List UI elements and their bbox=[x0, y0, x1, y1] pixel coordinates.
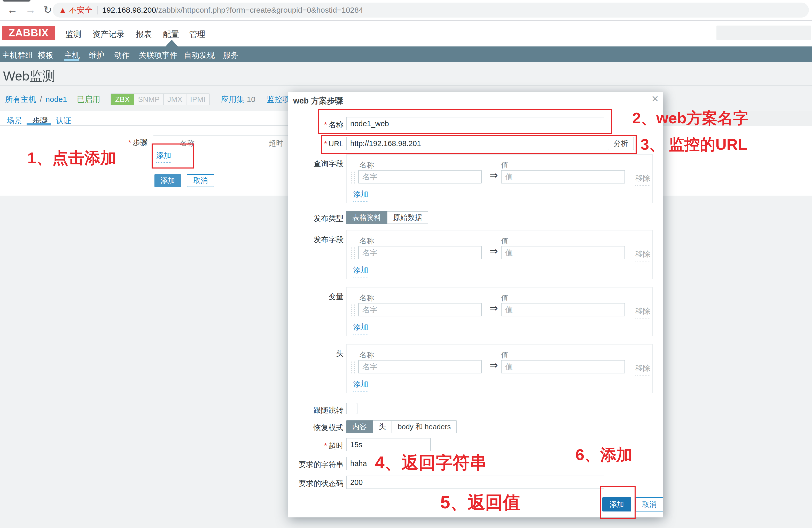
browser-tab-strip bbox=[3, 0, 30, 2]
annotation-step4: 4、返回字符串 bbox=[375, 451, 487, 474]
zabbix-logo[interactable]: ZABBIX bbox=[2, 26, 55, 40]
remove-link[interactable]: 移除 bbox=[635, 306, 650, 318]
items-link[interactable]: 监控项 bbox=[267, 94, 290, 105]
tab-authentication[interactable]: 认证 bbox=[56, 116, 71, 126]
post-type-raw-option[interactable]: 原始数据 bbox=[387, 211, 428, 224]
variables-box: 名称 值 ⇒ 移除 添加 bbox=[346, 287, 653, 336]
nav-monitoring[interactable]: 监测 bbox=[66, 29, 81, 40]
variable-value-input[interactable] bbox=[501, 303, 625, 316]
drag-handle-icon[interactable] bbox=[351, 304, 355, 316]
follow-redirects-checkbox[interactable] bbox=[346, 403, 358, 414]
nav-inventory[interactable]: 资产记录 bbox=[92, 29, 125, 40]
remove-link[interactable]: 移除 bbox=[635, 249, 650, 261]
subnav-services[interactable]: 服务 bbox=[223, 50, 238, 61]
remove-link[interactable]: 移除 bbox=[635, 173, 650, 185]
annotation-step3: 3、 监控的URL bbox=[640, 134, 747, 155]
headers-box: 名称 值 ⇒ 移除 添加 bbox=[346, 344, 653, 393]
post-name-input[interactable] bbox=[358, 246, 482, 259]
dialog-cancel-button[interactable]: 取消 bbox=[635, 497, 663, 512]
forward-icon[interactable]: → bbox=[25, 4, 35, 16]
subnav-discovery[interactable]: 自动发现 bbox=[184, 50, 215, 61]
column-header-value: 值 bbox=[501, 236, 508, 246]
retrieve-mode-body-headers-option[interactable]: body 和 headers bbox=[392, 420, 457, 433]
reload-icon[interactable]: ↻ bbox=[43, 4, 52, 16]
host-status-badge[interactable]: 已启用 bbox=[77, 94, 100, 105]
timeout-input[interactable] bbox=[346, 438, 431, 451]
applications-link[interactable]: 应用集 bbox=[221, 94, 244, 105]
post-type-form-option[interactable]: 表格资料 bbox=[346, 211, 387, 224]
breadcrumb-host[interactable]: node1 bbox=[45, 95, 67, 104]
zbx-badge: ZBX bbox=[111, 94, 134, 105]
steps-table-top-border bbox=[154, 135, 290, 136]
drag-handle-icon[interactable] bbox=[351, 362, 355, 374]
config-subnav: 主机群组 模板 主机 维护 动作 关联项事件 自动发现 服务 bbox=[0, 46, 812, 62]
steps-add-button[interactable]: 添加 bbox=[155, 174, 181, 187]
screenshot-root: { "browser": { "icons": {"back": "←", "f… bbox=[0, 0, 812, 528]
url-host: 192.168.98.200 bbox=[102, 6, 156, 14]
address-bar[interactable]: ▲ 不安全 192.168.98.200/zabbix/httpconf.php… bbox=[53, 3, 809, 17]
drag-handle-icon[interactable] bbox=[351, 171, 355, 183]
subnav-templates[interactable]: 模板 bbox=[38, 50, 54, 61]
query-fields-box: 名称 值 ⇒ 移除 添加 bbox=[346, 154, 653, 203]
post-value-input[interactable] bbox=[501, 246, 625, 259]
status-codes-label: 要求的状态码 bbox=[288, 479, 344, 489]
subnav-actions[interactable]: 动作 bbox=[114, 50, 130, 61]
annotation-step6: 6、添加 bbox=[576, 444, 632, 466]
arrow-icon: ⇒ bbox=[487, 302, 500, 314]
arrow-icon: ⇒ bbox=[487, 360, 500, 371]
add-pair-link[interactable]: 添加 bbox=[353, 379, 368, 392]
column-header-value: 值 bbox=[501, 350, 508, 360]
header-value-input[interactable] bbox=[501, 360, 625, 374]
nav-administration[interactable]: 管理 bbox=[189, 29, 205, 40]
header-name-input[interactable] bbox=[358, 360, 482, 374]
annotation-step5: 5、返回值 bbox=[440, 491, 520, 514]
column-header-name: 名称 bbox=[360, 293, 374, 303]
post-type-label: 发布类型 bbox=[288, 213, 344, 224]
interface-badges: ZBX SNMP JMX IPMI bbox=[111, 93, 210, 105]
required-string-label: 要求的字符串 bbox=[288, 459, 344, 470]
breadcrumb-all-hosts[interactable]: 所有主机 bbox=[5, 94, 36, 105]
add-pair-link[interactable]: 添加 bbox=[353, 189, 368, 201]
nav-reports[interactable]: 报表 bbox=[136, 29, 152, 40]
applications-count: 10 bbox=[247, 95, 256, 104]
subnav-maintenance[interactable]: 维护 bbox=[89, 50, 104, 61]
query-name-input[interactable] bbox=[358, 170, 482, 183]
close-icon[interactable]: × bbox=[652, 93, 658, 105]
post-type-toggle: 表格资料 原始数据 bbox=[346, 211, 428, 224]
back-icon[interactable]: ← bbox=[7, 4, 17, 16]
query-value-input[interactable] bbox=[501, 170, 625, 183]
drag-handle-icon[interactable] bbox=[351, 247, 355, 259]
timeout-label: *超时 bbox=[288, 441, 344, 451]
subnav-correlation[interactable]: 关联项事件 bbox=[139, 50, 177, 61]
security-warning-label[interactable]: 不安全 bbox=[69, 5, 92, 15]
headers-label: 头 bbox=[288, 349, 344, 359]
remove-link[interactable]: 移除 bbox=[635, 363, 650, 376]
query-fields-label: 查询字段 bbox=[288, 159, 344, 169]
column-header-value: 值 bbox=[501, 160, 508, 170]
retrieve-mode-body-option[interactable]: 内容 bbox=[346, 420, 373, 433]
search-input[interactable] bbox=[716, 26, 811, 40]
active-subnav-underline bbox=[64, 59, 79, 61]
subnav-host-groups[interactable]: 主机群组 bbox=[2, 50, 33, 61]
tab-scenario[interactable]: 场景 bbox=[7, 116, 22, 126]
add-pair-link[interactable]: 添加 bbox=[353, 322, 368, 334]
security-warning-icon: ▲ bbox=[59, 6, 67, 14]
post-fields-label: 发布字段 bbox=[288, 235, 344, 245]
steps-field-label: *步骤 bbox=[98, 138, 148, 148]
jmx-badge: JMX bbox=[163, 94, 186, 105]
variables-label: 变量 bbox=[288, 292, 344, 302]
snmp-badge: SNMP bbox=[134, 94, 163, 105]
nav-configuration[interactable]: 配置 bbox=[163, 29, 179, 40]
annotation-box-url-field bbox=[321, 135, 637, 154]
follow-redirects-label: 跟随跳转 bbox=[288, 405, 344, 416]
retrieve-mode-toggle: 内容 头 body 和 headers bbox=[346, 420, 457, 433]
title-divider bbox=[0, 85, 812, 86]
steps-col-timeout: 超时 bbox=[269, 138, 283, 148]
steps-cancel-button[interactable]: 取消 bbox=[187, 174, 214, 187]
variable-name-input[interactable] bbox=[358, 303, 482, 316]
page-title: Web监测 bbox=[3, 67, 55, 85]
column-header-name: 名称 bbox=[360, 350, 374, 360]
status-codes-input[interactable] bbox=[346, 476, 604, 489]
add-pair-link[interactable]: 添加 bbox=[353, 265, 368, 277]
retrieve-mode-headers-option[interactable]: 头 bbox=[373, 420, 392, 433]
